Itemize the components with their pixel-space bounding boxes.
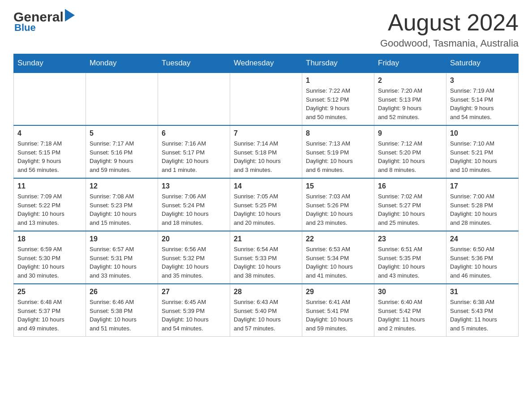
day-info: Sunrise: 7:22 AM Sunset: 5:12 PM Dayligh… [306,86,370,121]
day-info: Sunrise: 7:10 AM Sunset: 5:21 PM Dayligh… [450,139,515,174]
calendar-week-row: 25Sunrise: 6:48 AM Sunset: 5:37 PM Dayli… [14,284,519,337]
weekday-header-row: SundayMondayTuesdayWednesdayThursdayFrid… [14,54,519,73]
day-info: Sunrise: 6:45 AM Sunset: 5:39 PM Dayligh… [162,298,226,333]
day-number: 27 [162,288,226,296]
day-info: Sunrise: 7:00 AM Sunset: 5:28 PM Dayligh… [450,192,515,227]
calendar-cell: 23Sunrise: 6:51 AM Sunset: 5:35 PM Dayli… [374,231,446,284]
calendar-cell: 14Sunrise: 7:05 AM Sunset: 5:25 PM Dayli… [230,178,302,231]
cell-inner: 12Sunrise: 7:08 AM Sunset: 5:23 PM Dayli… [90,182,154,227]
day-info: Sunrise: 6:54 AM Sunset: 5:33 PM Dayligh… [234,245,298,280]
cell-inner: 3Sunrise: 7:19 AM Sunset: 5:14 PM Daylig… [450,77,515,121]
day-info: Sunrise: 7:09 AM Sunset: 5:22 PM Dayligh… [17,192,82,227]
day-info: Sunrise: 6:50 AM Sunset: 5:36 PM Dayligh… [450,245,515,280]
day-info: Sunrise: 6:57 AM Sunset: 5:31 PM Dayligh… [90,245,154,280]
calendar-cell: 3Sunrise: 7:19 AM Sunset: 5:14 PM Daylig… [446,73,519,125]
cell-inner: 27Sunrise: 6:45 AM Sunset: 5:39 PM Dayli… [162,288,226,333]
day-info: Sunrise: 7:13 AM Sunset: 5:19 PM Dayligh… [306,139,370,174]
cell-inner: 4Sunrise: 7:18 AM Sunset: 5:15 PM Daylig… [17,129,82,174]
cell-inner: 21Sunrise: 6:54 AM Sunset: 5:33 PM Dayli… [234,235,298,280]
day-number: 6 [162,129,226,137]
day-info: Sunrise: 6:53 AM Sunset: 5:34 PM Dayligh… [306,245,370,280]
calendar-cell: 15Sunrise: 7:03 AM Sunset: 5:26 PM Dayli… [302,178,374,231]
day-number: 22 [306,235,370,243]
calendar-table: SundayMondayTuesdayWednesdayThursdayFrid… [13,54,519,337]
day-number: 25 [17,288,82,296]
cell-inner: 23Sunrise: 6:51 AM Sunset: 5:35 PM Dayli… [378,235,442,280]
day-number: 26 [90,288,154,296]
day-number: 24 [450,235,515,243]
calendar-cell: 26Sunrise: 6:46 AM Sunset: 5:38 PM Dayli… [86,284,158,337]
day-info: Sunrise: 6:38 AM Sunset: 5:43 PM Dayligh… [450,298,515,333]
cell-inner: 1Sunrise: 7:22 AM Sunset: 5:12 PM Daylig… [306,77,370,121]
day-info: Sunrise: 7:02 AM Sunset: 5:27 PM Dayligh… [378,192,442,227]
cell-inner: 29Sunrise: 6:41 AM Sunset: 5:41 PM Dayli… [306,288,370,333]
day-info: Sunrise: 7:17 AM Sunset: 5:16 PM Dayligh… [90,139,154,174]
calendar-cell: 5Sunrise: 7:17 AM Sunset: 5:16 PM Daylig… [86,125,158,178]
calendar-cell [158,73,230,125]
day-number: 28 [234,288,298,296]
calendar-cell: 7Sunrise: 7:14 AM Sunset: 5:18 PM Daylig… [230,125,302,178]
calendar-cell: 30Sunrise: 6:40 AM Sunset: 5:42 PM Dayli… [374,284,446,337]
day-number: 14 [234,182,298,190]
cell-inner: 26Sunrise: 6:46 AM Sunset: 5:38 PM Dayli… [90,288,154,333]
day-number: 20 [162,235,226,243]
cell-inner: 11Sunrise: 7:09 AM Sunset: 5:22 PM Dayli… [17,182,82,227]
calendar-cell: 29Sunrise: 6:41 AM Sunset: 5:41 PM Dayli… [302,284,374,337]
day-number: 9 [378,129,442,137]
calendar-cell [230,73,302,125]
day-number: 31 [450,288,515,296]
calendar-cell: 6Sunrise: 7:16 AM Sunset: 5:17 PM Daylig… [158,125,230,178]
day-info: Sunrise: 7:14 AM Sunset: 5:18 PM Dayligh… [234,139,298,174]
day-number: 17 [450,182,515,190]
calendar-cell: 13Sunrise: 7:06 AM Sunset: 5:24 PM Dayli… [158,178,230,231]
day-info: Sunrise: 6:56 AM Sunset: 5:32 PM Dayligh… [162,245,226,280]
calendar-cell: 24Sunrise: 6:50 AM Sunset: 5:36 PM Dayli… [446,231,519,284]
day-info: Sunrise: 6:41 AM Sunset: 5:41 PM Dayligh… [306,298,370,333]
cell-inner: 17Sunrise: 7:00 AM Sunset: 5:28 PM Dayli… [450,182,515,227]
day-number: 15 [306,182,370,190]
calendar-cell: 22Sunrise: 6:53 AM Sunset: 5:34 PM Dayli… [302,231,374,284]
weekday-header-monday: Monday [86,54,158,73]
cell-inner: 6Sunrise: 7:16 AM Sunset: 5:17 PM Daylig… [162,129,226,174]
calendar-week-row: 1Sunrise: 7:22 AM Sunset: 5:12 PM Daylig… [14,73,519,125]
calendar-week-row: 11Sunrise: 7:09 AM Sunset: 5:22 PM Dayli… [14,178,519,231]
day-info: Sunrise: 6:46 AM Sunset: 5:38 PM Dayligh… [90,298,154,333]
calendar-cell: 17Sunrise: 7:00 AM Sunset: 5:28 PM Dayli… [446,178,519,231]
cell-inner: 5Sunrise: 7:17 AM Sunset: 5:16 PM Daylig… [90,129,154,174]
cell-inner: 20Sunrise: 6:56 AM Sunset: 5:32 PM Dayli… [162,235,226,280]
weekday-header-friday: Friday [374,54,446,73]
calendar-cell: 2Sunrise: 7:20 AM Sunset: 5:13 PM Daylig… [374,73,446,125]
weekday-header-sunday: Sunday [14,54,86,73]
day-number: 12 [90,182,154,190]
cell-inner: 24Sunrise: 6:50 AM Sunset: 5:36 PM Dayli… [450,235,515,280]
calendar-week-row: 4Sunrise: 7:18 AM Sunset: 5:15 PM Daylig… [14,125,519,178]
day-number: 3 [450,77,515,85]
cell-inner: 16Sunrise: 7:02 AM Sunset: 5:27 PM Dayli… [378,182,442,227]
calendar-cell: 16Sunrise: 7:02 AM Sunset: 5:27 PM Dayli… [374,178,446,231]
day-number: 13 [162,182,226,190]
day-number: 5 [90,129,154,137]
cell-inner: 19Sunrise: 6:57 AM Sunset: 5:31 PM Dayli… [90,235,154,280]
page-header: General Blue August 2024 Goodwood, Tasma… [13,9,519,49]
calendar-cell: 31Sunrise: 6:38 AM Sunset: 5:43 PM Dayli… [446,284,519,337]
day-number: 23 [378,235,442,243]
title-area: August 2024 Goodwood, Tasmania, Australi… [380,9,519,49]
day-number: 11 [17,182,82,190]
cell-inner: 7Sunrise: 7:14 AM Sunset: 5:18 PM Daylig… [234,129,298,174]
cell-inner: 8Sunrise: 7:13 AM Sunset: 5:19 PM Daylig… [306,129,370,174]
calendar-cell: 4Sunrise: 7:18 AM Sunset: 5:15 PM Daylig… [14,125,86,178]
calendar-cell: 18Sunrise: 6:59 AM Sunset: 5:30 PM Dayli… [14,231,86,284]
calendar-cell [86,73,158,125]
logo-arrow-icon [65,9,75,21]
calendar-cell: 19Sunrise: 6:57 AM Sunset: 5:31 PM Dayli… [86,231,158,284]
weekday-header-saturday: Saturday [446,54,519,73]
cell-inner: 14Sunrise: 7:05 AM Sunset: 5:25 PM Dayli… [234,182,298,227]
calendar-cell: 27Sunrise: 6:45 AM Sunset: 5:39 PM Dayli… [158,284,230,337]
day-number: 16 [378,182,442,190]
day-number: 10 [450,129,515,137]
calendar-cell: 12Sunrise: 7:08 AM Sunset: 5:23 PM Dayli… [86,178,158,231]
day-info: Sunrise: 7:06 AM Sunset: 5:24 PM Dayligh… [162,192,226,227]
calendar-cell: 20Sunrise: 6:56 AM Sunset: 5:32 PM Dayli… [158,231,230,284]
calendar-cell: 8Sunrise: 7:13 AM Sunset: 5:19 PM Daylig… [302,125,374,178]
cell-inner: 10Sunrise: 7:10 AM Sunset: 5:21 PM Dayli… [450,129,515,174]
